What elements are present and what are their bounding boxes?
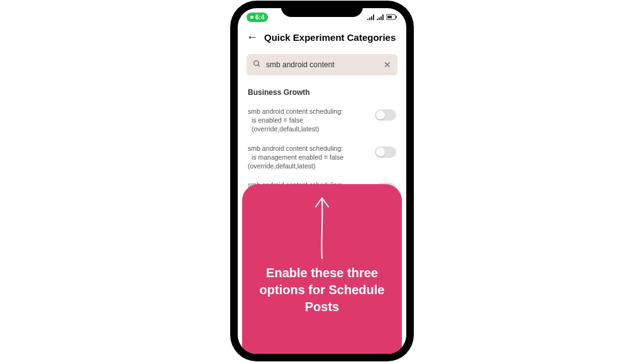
search-input[interactable] (266, 60, 379, 69)
signal-icon (367, 14, 375, 20)
callout-text: Enable these three options for Schedule … (255, 265, 389, 315)
status-pill: 6:4 (247, 13, 268, 22)
status-left: 6:4 (247, 13, 268, 22)
svg-point-3 (254, 61, 259, 66)
setting-row-management[interactable]: smb android content scheduling: is manag… (238, 139, 406, 176)
setting-row-enabled[interactable]: smb android content scheduling: is enabl… (238, 102, 406, 139)
instruction-callout: Enable these three options for Schedule … (242, 184, 402, 354)
setting-text: smb android content scheduling: is manag… (248, 144, 369, 171)
setting-line: is management enabled = false (248, 153, 369, 162)
back-arrow-icon[interactable]: ← (247, 31, 258, 44)
setting-text: smb android content scheduling: is enabl… (248, 107, 369, 134)
setting-line: (override,default,latest) (248, 162, 369, 170)
battery-icon (386, 14, 397, 20)
setting-line: is enabled = false (override,default,lat… (248, 116, 369, 133)
svg-rect-1 (396, 16, 397, 18)
search-bar[interactable]: ✕ (247, 54, 397, 75)
setting-line: smb android content scheduling: (248, 144, 369, 153)
phone-notch (281, 2, 363, 17)
clear-icon[interactable]: ✕ (384, 60, 391, 70)
svg-line-4 (258, 65, 260, 67)
setting-line: smb android content scheduling: (248, 107, 369, 116)
status-time: 6:4 (255, 14, 264, 21)
arrow-up-icon (309, 193, 335, 261)
toggle-switch[interactable] (375, 109, 396, 121)
toggle-switch[interactable] (375, 146, 396, 158)
phone-screen: 6:4 ← Quick Experiment Categories (238, 8, 406, 354)
recording-dot-icon (250, 16, 253, 19)
page-header: ← Quick Experiment Categories (238, 26, 406, 50)
signal-icon-2 (377, 14, 384, 20)
status-right (367, 14, 397, 20)
phone-frame: 6:4 ← Quick Experiment Categories (231, 2, 413, 360)
page-title: Quick Experiment Categories (264, 32, 396, 43)
search-icon (253, 59, 261, 70)
section-title: Business Growth (238, 79, 406, 102)
svg-rect-2 (387, 16, 392, 18)
